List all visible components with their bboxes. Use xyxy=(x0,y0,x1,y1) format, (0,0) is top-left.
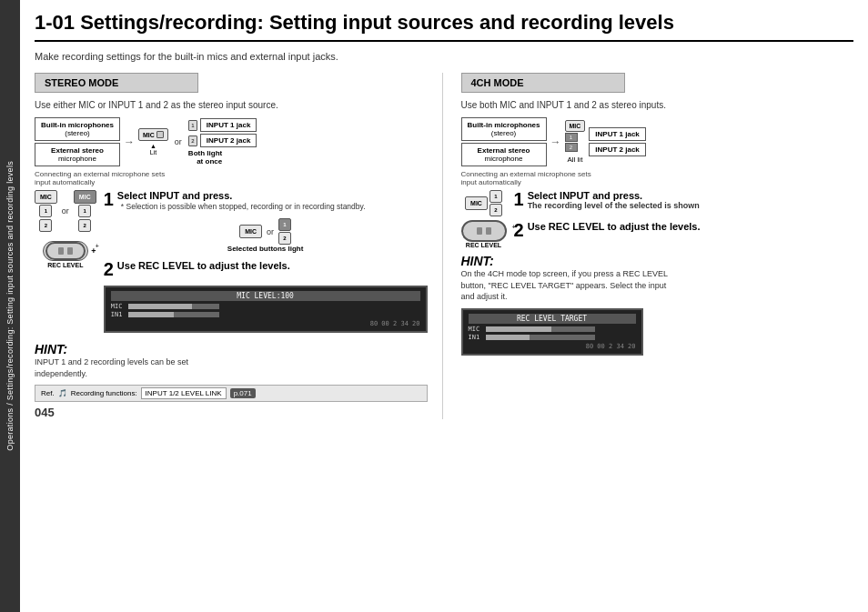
4ch-pin-2 xyxy=(486,227,491,235)
hint-text-left: INPUT 1 and 2 recording levels can be se… xyxy=(35,356,217,379)
4ch-mic-button: MIC xyxy=(565,120,586,132)
small-input-btn-1b: 1 xyxy=(78,205,91,217)
small-mic-device: MIC xyxy=(35,190,57,204)
or-text-stereo: or xyxy=(175,137,182,146)
rec-level-connector xyxy=(45,242,86,260)
stereo-mode-desc: Use either MIC or INPUT 1 and 2 as the s… xyxy=(35,100,428,110)
4ch-arrow-icon: → xyxy=(550,135,561,148)
4ch-small-btn-2: 2 xyxy=(490,204,502,216)
selected-note: Selected buttons light xyxy=(227,245,304,253)
small-input-buttons-2: 1 2 xyxy=(78,205,91,232)
small-input-btn-2: 2 xyxy=(39,219,52,232)
stereo-mode-section: STEREO MODE Use either MIC or INPUT 1 an… xyxy=(35,73,443,419)
4ch-small-device: MIC 1 2 xyxy=(465,190,502,216)
4ch-external-label: External stereo microphone xyxy=(461,143,547,166)
step2-row: 2 Use REC LEVEL to adjust the levels. xyxy=(104,260,428,278)
page-title: 1-01 Settings/recording: Setting input s… xyxy=(35,11,853,42)
lcd-numbers: 80 00 2 34 20 xyxy=(111,320,420,327)
lcd-title: MIC LEVEL:100 xyxy=(111,291,420,301)
lcd-label-in1: IN1 xyxy=(111,311,126,318)
4ch-built-in-label: Built-in microphones (stereo) xyxy=(461,117,547,141)
connector-pin-2 xyxy=(67,247,73,255)
rec-level-section: + REC LEVEL xyxy=(43,239,88,268)
4ch-lcd-title: REC LEVEL TARGET xyxy=(469,314,636,324)
selected-mic-device: MIC xyxy=(239,225,262,238)
lcd-bar-in1-fill xyxy=(128,312,174,317)
4ch-step1-content: Select INPUT and press. The recording le… xyxy=(528,190,700,210)
4ch-input1-jack: INPUT 1 jack xyxy=(589,127,645,141)
ref-label: Ref. xyxy=(41,389,55,397)
4ch-rec-level-label: REC LEVEL xyxy=(466,242,501,248)
built-in-mic-label: Built-in microphones (stereo) xyxy=(35,117,120,141)
small-mic-device-wrap: MIC 1 2 xyxy=(35,190,57,232)
input1-jack-label: INPUT 1 jack xyxy=(200,118,257,132)
small-device-graphic: MIC 1 2 or MIC xyxy=(35,190,96,232)
selected-input-1: 1 xyxy=(278,218,291,231)
all-lit-label: All lit xyxy=(567,156,582,164)
connector-pin-1 xyxy=(58,247,64,255)
4ch-jack-labels: INPUT 1 jack INPUT 2 jack xyxy=(589,127,645,156)
mic-indicator-1 xyxy=(156,131,164,138)
small-mic-device-2: MIC xyxy=(74,190,96,204)
4ch-mic-device-block: MIC 1 2 All lit xyxy=(565,120,586,164)
4ch-step1-number: 1 xyxy=(514,190,524,208)
4ch-mode-desc: Use both MIC and INPUT 1 and 2 as stereo… xyxy=(461,100,854,110)
lcd-row-mic: MIC xyxy=(111,303,420,310)
4ch-mode-section: 4CH MODE Use both MIC and INPUT 1 and 2 … xyxy=(458,73,854,419)
4ch-lcd-row2: IN1 xyxy=(469,334,636,341)
rec-level-knob xyxy=(43,241,88,261)
step-device-left: MIC 1 2 or MIC xyxy=(35,190,96,336)
stereo-connecting-note: Connecting an external microphone sets i… xyxy=(35,170,171,186)
step1-row: 1 Select INPUT and press. * Selection is… xyxy=(104,190,428,211)
4ch-lcd-bar-mic-fill xyxy=(486,326,551,332)
lcd-bar-mic xyxy=(128,304,219,309)
4ch-input2-indicator: 2 xyxy=(565,143,578,152)
4ch-source-labels: Built-in microphones (stereo) External s… xyxy=(461,117,547,166)
stereo-mode-header: STEREO MODE xyxy=(35,73,198,93)
input2-jack-label: INPUT 2 jack xyxy=(200,134,257,147)
4ch-step-device: MIC 1 2 xyxy=(461,190,507,248)
stereo-steps: MIC 1 2 or MIC xyxy=(35,190,428,336)
4ch-step1-row: 1 Select INPUT and press. The recording … xyxy=(514,190,854,210)
or-text-2: or xyxy=(267,227,274,236)
4ch-hint: HINT: On the 4CH mode top screen, if you… xyxy=(461,254,854,303)
4ch-connector-pins xyxy=(477,227,491,235)
lcd-screen-left: MIC LEVEL:100 MIC IN1 xyxy=(104,286,428,333)
ref-bar: Ref. 🎵 Recording functions: INPUT 1/2 LE… xyxy=(35,385,428,402)
arrow-right-icon: → xyxy=(124,135,135,148)
4ch-pin-1 xyxy=(477,227,482,235)
4ch-input2-jack: INPUT 2 jack xyxy=(589,143,645,156)
4ch-small-mic: MIC xyxy=(465,196,488,210)
selected-device-row: MIC or 1 2 xyxy=(239,218,291,245)
4ch-lcd-label-mic: MIC xyxy=(469,326,483,333)
external-mic-label: External stereo microphone xyxy=(35,143,120,166)
step-or-text: or xyxy=(62,206,69,216)
4ch-step1-sub: The recording level of the selected is s… xyxy=(528,201,700,210)
4ch-lcd-label-in1: IN1 xyxy=(469,334,483,341)
page-subtitle: Make recording settings for the built-in… xyxy=(35,51,853,62)
4ch-lcd-bar-mic xyxy=(486,326,595,332)
4ch-lcd-bar-in1-fill xyxy=(486,335,530,340)
small-input-btn-2b: 2 xyxy=(78,219,91,232)
4ch-small-btn-1: 1 xyxy=(490,190,502,203)
selected-device-section: MIC or 1 2 Selected buttons light xyxy=(104,218,428,253)
sidebar: Operations / Settings/recording: Setting… xyxy=(0,0,20,612)
small-mic-device-2-wrap: MIC 1 2 xyxy=(74,190,96,232)
4ch-step-instructions: 1 Select INPUT and press. The recording … xyxy=(514,190,854,248)
mic-device-body: MIC xyxy=(138,128,168,141)
4ch-lcd-bar-in1 xyxy=(486,335,595,340)
stereo-hint: HINT: INPUT 1 and 2 recording levels can… xyxy=(35,342,428,379)
4ch-hint-text: On the 4CH mode top screen, if you press… xyxy=(461,268,671,303)
4ch-input-indicators: 1 2 xyxy=(565,133,586,152)
step1-note: * Selection is possible when stopped, re… xyxy=(121,202,366,211)
input2-indicator: 2 xyxy=(188,135,197,146)
4ch-device-body: MIC 1 2 xyxy=(565,120,586,152)
selected-input-device: 1 2 xyxy=(278,218,291,245)
4ch-plus-sign: + xyxy=(511,224,515,230)
lcd-bar-in1 xyxy=(128,312,219,317)
4ch-step2-row: 2 Use REC LEVEL to adjust the levels. xyxy=(514,221,854,239)
4ch-rec-level-section: + REC LEVEL xyxy=(461,220,507,248)
sidebar-label: Operations / Settings/recording: Setting… xyxy=(5,161,15,451)
stereo-input-jacks: 1 INPUT 1 jack 2 INPUT 2 jack Both light… xyxy=(188,118,257,166)
small-input-buttons: 1 2 xyxy=(39,205,52,232)
